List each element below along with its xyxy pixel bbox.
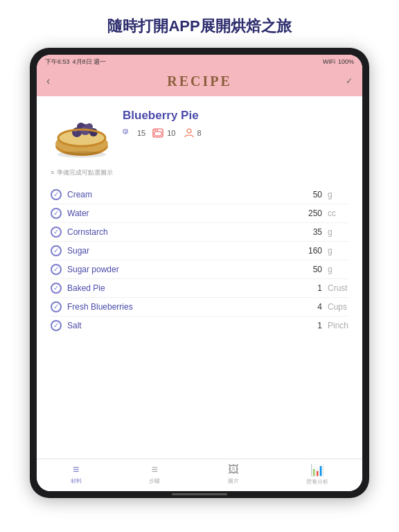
person-value: 8 — [197, 129, 202, 137]
app-header: ‹ RECIPE ✓ — [37, 69, 362, 96]
oven-value: 10 — [167, 129, 175, 137]
status-right: WiFi 100% — [323, 58, 354, 65]
ingredient-qty: 250 — [303, 209, 322, 218]
ingredient-row[interactable]: ✓ Cornstarch 35 g — [51, 223, 348, 242]
tab-icon-steps: ≡ — [152, 463, 158, 476]
back-button[interactable]: ‹ — [46, 75, 50, 87]
ingredient-row[interactable]: ✓ Cream 50 g — [51, 186, 348, 204]
tab-label-steps: 步驟 — [149, 477, 160, 485]
ingredient-name: Fresh Blueberries — [67, 302, 297, 312]
ingredient-row[interactable]: ✓ Fresh Blueberries 4 Cups — [51, 298, 348, 317]
ingredient-row[interactable]: ✓ Sugar 160 g — [51, 242, 348, 260]
ingredient-row[interactable]: ✓ Water 250 cc — [51, 204, 348, 223]
tab-ingredients[interactable]: ≡ 材料 — [71, 463, 82, 485]
tab-bar: ≡ 材料 ≡ 步驟 🖼 圖片 📊 營養分析 — [37, 459, 362, 491]
svg-point-20 — [157, 130, 158, 131]
ingredient-unit: g — [328, 227, 348, 237]
svg-point-16 — [125, 133, 126, 134]
status-date: 4月8日 週一 — [73, 57, 107, 66]
status-left: 下午6:53 4月8日 週一 — [45, 57, 106, 66]
home-indicator — [172, 493, 227, 495]
ingredient-qty: 35 — [303, 227, 322, 237]
tab-icon-nutrition: 📊 — [310, 463, 324, 477]
ingredient-name: Baked Pie — [67, 283, 297, 293]
check-icon[interactable]: ✓ — [51, 264, 62, 275]
ingredient-row[interactable]: ✓ Sugar powder 50 g — [51, 260, 348, 279]
check-icon[interactable]: ✓ — [51, 320, 62, 331]
meta-person: 8 — [183, 128, 202, 138]
ingredient-row[interactable]: ✓ Baked Pie 1 Crust — [51, 279, 348, 298]
tab-nutrition[interactable]: 📊 營養分析 — [306, 463, 328, 486]
status-time: 下午6:53 — [45, 57, 70, 66]
prep-hint-text: 準備完成可點選圖示 — [57, 168, 113, 177]
ingredient-unit: cc — [328, 209, 348, 218]
ingredient-qty: 160 — [303, 246, 322, 256]
recipe-title: Blueberry Pie — [123, 109, 348, 123]
ingredient-qty: 4 — [303, 302, 322, 312]
ingredient-unit: Cups — [328, 302, 348, 312]
edit-button[interactable]: ✓ — [346, 76, 353, 86]
tab-label-photos: 圖片 — [228, 477, 239, 485]
svg-point-12 — [57, 151, 106, 158]
prep-hint: ≡ 準備完成可點選圖示 — [51, 168, 348, 177]
ingredient-unit: Pinch — [328, 321, 348, 330]
battery-icon: 100% — [338, 58, 354, 65]
ingredient-name: Water — [67, 209, 297, 218]
tab-steps[interactable]: ≡ 步驟 — [149, 463, 160, 485]
check-icon[interactable]: ✓ — [51, 283, 62, 294]
app-title: RECIPE — [167, 73, 232, 89]
recipe-hero: Blueberry Pie 15 — [51, 106, 348, 161]
clock-icon — [123, 128, 135, 138]
check-icon[interactable]: ✓ — [51, 189, 62, 200]
tab-photos[interactable]: 🖼 圖片 — [228, 463, 239, 485]
page-heading: 隨時打開APP展開烘焙之旅 — [94, 0, 305, 48]
ingredient-name: Cornstarch — [67, 227, 297, 237]
svg-point-19 — [154, 130, 156, 131]
ingredient-unit: g — [328, 190, 348, 200]
meta-time: 15 — [123, 128, 145, 138]
check-icon[interactable]: ✓ — [51, 208, 62, 219]
status-bar: 下午6:53 4月8日 週一 WiFi 100% — [37, 55, 362, 69]
content-area: Blueberry Pie 15 — [37, 96, 362, 459]
tab-label-nutrition: 營養分析 — [306, 478, 328, 486]
meta-oven: 10 — [152, 128, 175, 138]
svg-rect-18 — [154, 132, 161, 136]
svg-point-21 — [187, 129, 191, 133]
prep-hint-icon: ≡ — [51, 169, 54, 176]
tab-label-ingredients: 材料 — [71, 477, 82, 485]
ingredient-qty: 50 — [303, 190, 322, 200]
ingredient-row[interactable]: ✓ Salt 1 Pinch — [51, 317, 348, 335]
check-icon[interactable]: ✓ — [51, 245, 62, 256]
ingredient-list: ✓ Cream 50 g ✓ Water 250 cc ✓ Cornstarch… — [51, 186, 348, 335]
ipad-frame: 下午6:53 4月8日 週一 WiFi 100% ‹ RECIPE ✓ — [30, 48, 369, 498]
ingredient-name: Salt — [67, 321, 297, 330]
ingredient-qty: 50 — [303, 265, 322, 274]
oven-icon — [152, 128, 165, 138]
ingredient-name: Sugar powder — [67, 265, 297, 274]
ingredient-name: Cream — [67, 190, 297, 200]
ipad-screen: 下午6:53 4月8日 週一 WiFi 100% ‹ RECIPE ✓ — [37, 55, 362, 491]
ingredient-unit: g — [328, 265, 348, 274]
ingredient-unit: g — [328, 246, 348, 256]
recipe-image — [51, 106, 113, 161]
ingredient-qty: 1 — [303, 321, 322, 330]
time-value: 15 — [137, 129, 145, 137]
ingredient-qty: 1 — [303, 283, 322, 293]
check-icon[interactable]: ✓ — [51, 301, 62, 312]
ingredient-name: Sugar — [67, 246, 297, 256]
tab-icon-photos: 🖼 — [228, 463, 239, 476]
check-icon[interactable]: ✓ — [51, 227, 62, 238]
ingredient-unit: Crust — [328, 283, 348, 293]
recipe-meta: 15 10 — [123, 128, 348, 138]
tab-icon-ingredients: ≡ — [73, 463, 79, 476]
wifi-icon: WiFi — [323, 58, 335, 65]
person-icon — [183, 128, 195, 138]
recipe-info: Blueberry Pie 15 — [123, 106, 348, 138]
